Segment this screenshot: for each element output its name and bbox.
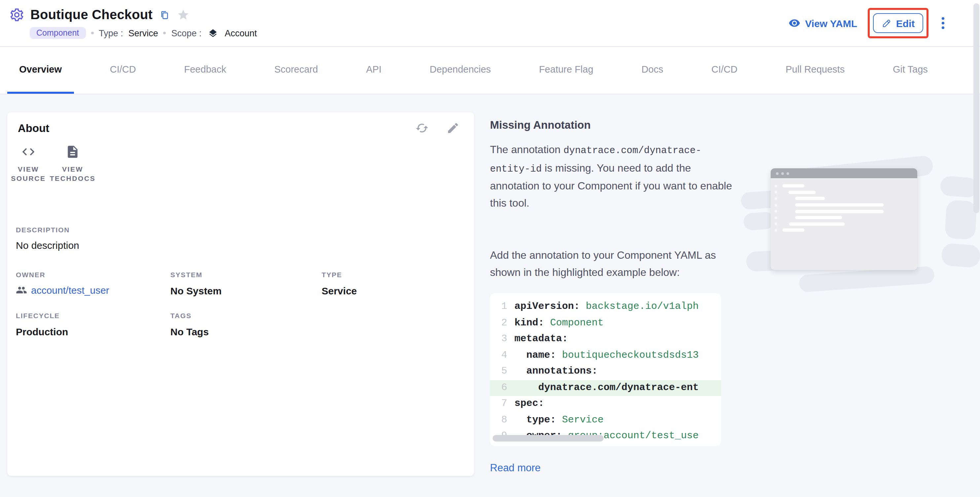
group-icon <box>16 284 27 296</box>
view-source-label: VIEWSOURCE <box>11 164 46 183</box>
edit-button-label: Edit <box>896 17 915 29</box>
missing-annotation-panel: Missing Annotation The annotation dynatr… <box>490 112 980 497</box>
code-line: 8 type: Service <box>490 412 721 428</box>
pencil-icon <box>881 18 891 28</box>
about-card: About VIEWSOURCE VIEWTECHDOCS DESCRIPTIO… <box>7 112 474 476</box>
owner-value: account/test_user <box>31 284 109 296</box>
scope-value: Account <box>224 28 257 38</box>
lifecycle-value: Production <box>16 326 68 337</box>
view-techdocs-label: VIEWTECHDOCS <box>50 164 96 183</box>
code-icon <box>21 144 36 159</box>
view-yaml-label: View YAML <box>805 17 857 29</box>
code-window-illustration <box>745 153 980 293</box>
tags-label: TAGS <box>170 311 191 319</box>
component-gear-icon <box>9 7 24 22</box>
page-vertical-scrollbar[interactable] <box>974 3 979 213</box>
code-line: 4 name: boutiquecheckoutsdsds13 <box>490 348 721 364</box>
separator-dot <box>164 32 166 34</box>
main-content: About VIEWSOURCE VIEWTECHDOCS DESCRIPTIO… <box>0 94 980 497</box>
separator-dot <box>91 32 94 34</box>
tags-value: No Tags <box>170 326 209 337</box>
entity-page: Boutique Checkout Component Type : Servi… <box>0 0 980 497</box>
edit-about-pencil-icon[interactable] <box>446 121 460 135</box>
tab-dependencies[interactable]: Dependencies <box>418 47 503 94</box>
tab-pull-requests[interactable]: Pull Requests <box>774 47 856 94</box>
kind-badge: Component <box>30 27 86 39</box>
system-label: SYSTEM <box>170 271 202 278</box>
description-label: DESCRIPTION <box>16 226 70 233</box>
illustration-browser-window <box>771 168 917 270</box>
view-yaml-button[interactable]: View YAML <box>789 17 857 29</box>
type-label: Type : <box>99 28 123 38</box>
lifecycle-label: LIFECYCLE <box>16 311 60 319</box>
code-line: 1apiVersion: backstage.io/v1alph <box>490 299 721 315</box>
code-line: 7spec: <box>490 396 721 412</box>
owner-label: OWNER <box>16 271 46 278</box>
page-header: Boutique Checkout Component Type : Servi… <box>0 0 980 46</box>
tab-git-tags[interactable]: Git Tags <box>881 47 940 94</box>
code-line: 2kind: Component <box>490 315 721 331</box>
tab-scorecard[interactable]: Scorecard <box>262 47 330 94</box>
refresh-icon[interactable] <box>415 121 429 135</box>
more-options-kebab-icon[interactable] <box>939 14 947 32</box>
tab-feature-flag[interactable]: Feature Flag <box>527 47 605 94</box>
type-field-label: TYPE <box>321 271 342 278</box>
description-value: No description <box>16 240 79 251</box>
type-value: Service <box>129 28 158 38</box>
code-line-highlighted: 6 dynatrace.com/dynatrace-ent <box>490 380 721 396</box>
header-actions: View YAML Edit <box>789 0 947 46</box>
system-value: No System <box>170 285 221 296</box>
code-horizontal-scrollbar[interactable] <box>493 435 604 441</box>
tab-cicd[interactable]: CI/CD <box>98 47 148 94</box>
about-card-title: About <box>18 122 49 134</box>
edit-highlight-annotation: Edit <box>868 8 929 38</box>
type-field-value: Service <box>321 285 357 296</box>
yaml-code-block: 1apiVersion: backstage.io/v1alph 2kind: … <box>490 293 721 446</box>
favorite-star-icon[interactable] <box>177 9 189 21</box>
owner-link[interactable]: account/test_user <box>16 284 109 296</box>
view-source-button[interactable]: VIEWSOURCE <box>11 144 46 183</box>
view-techdocs-button[interactable]: VIEWTECHDOCS <box>46 144 99 183</box>
illustration-titlebar <box>771 168 917 178</box>
entity-meta-row: Component Type : Service Scope : Account <box>30 27 257 39</box>
tab-overview[interactable]: Overview <box>7 47 74 94</box>
document-icon <box>65 144 80 159</box>
layers-icon <box>208 28 218 38</box>
page-title: Boutique Checkout <box>30 7 153 22</box>
read-more-link[interactable]: Read more <box>490 462 541 474</box>
annotation-paragraph-2: Add the annotation to your Component YAM… <box>490 247 733 281</box>
tab-docs[interactable]: Docs <box>630 47 675 94</box>
entity-tab-bar: Overview CI/CD Feedback Scorecard API De… <box>0 47 980 94</box>
code-line: 3metadata: <box>490 331 721 348</box>
tab-api[interactable]: API <box>354 47 394 94</box>
annotation-paragraph-1: The annotation dynatrace.com/dynatrace-e… <box>490 141 733 211</box>
tab-feedback[interactable]: Feedback <box>172 47 238 94</box>
about-quick-actions: VIEWSOURCE VIEWTECHDOCS <box>11 144 99 183</box>
tab-cicd-2[interactable]: CI/CD <box>700 47 749 94</box>
eye-icon <box>789 17 800 29</box>
edit-button[interactable]: Edit <box>873 13 923 33</box>
code-line: 5 annotations: <box>490 364 721 380</box>
scope-label: Scope : <box>171 28 202 38</box>
title-row: Boutique Checkout <box>9 7 189 22</box>
copy-icon[interactable] <box>160 10 169 19</box>
panel-title: Missing Annotation <box>490 119 591 131</box>
